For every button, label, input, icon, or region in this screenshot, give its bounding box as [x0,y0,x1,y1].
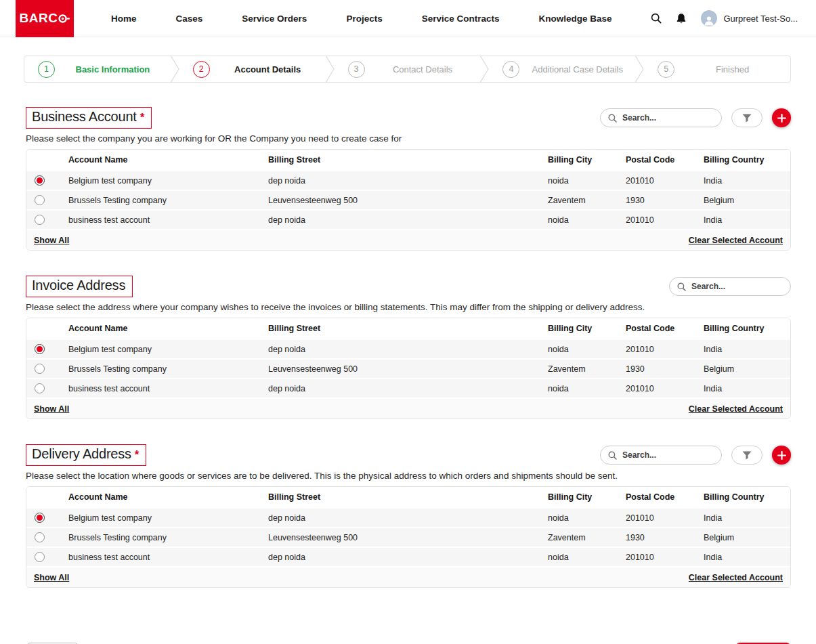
cell-billing-city: Zaventem [548,364,626,374]
top-navigation-bar: BARC Home Cases Service Orders Projects … [0,0,816,37]
row-radio[interactable] [35,215,45,225]
row-radio[interactable] [35,344,45,354]
cell-account-name: Brussels Testing company [68,364,268,374]
cell-billing-city: noida [548,513,626,523]
filter-button[interactable] [731,446,763,465]
column-header-postal-code: Postal Code [626,155,704,165]
row-radio[interactable] [35,513,45,523]
cell-billing-country: India [704,176,790,186]
column-header-billing-city: Billing City [548,324,626,333]
section-spacer [0,251,816,276]
table-row[interactable]: Belgium test company dep noida noida 201… [26,507,790,527]
row-radio[interactable] [35,552,45,562]
row-radio[interactable] [35,364,45,374]
step-basic-information[interactable]: 1 Basic Information [24,56,171,82]
cell-billing-street: dep noida [268,513,548,523]
cell-account-name: Brussels Testing company [68,533,268,542]
row-radio-cell [26,552,68,562]
step-separator-chevron [480,56,489,82]
accounts-table: Account Name Billing Street Billing City… [26,149,791,251]
row-radio[interactable] [35,383,45,393]
required-asterisk: * [135,448,139,462]
row-radio-cell [26,215,68,225]
cell-account-name: Brussels Testing company [68,196,268,205]
show-all-link[interactable]: Show All [34,404,69,414]
step-contact-details[interactable]: 3 Contact Details [335,56,481,82]
row-radio-cell [26,364,68,374]
search-icon[interactable] [651,13,662,24]
table-footer: Show All Clear Selected Account [26,229,790,250]
column-header-account-name: Account Name [68,155,268,165]
table-row[interactable]: Brussels Testing company Leuvensesteenwe… [26,527,790,546]
search-box[interactable] [600,446,722,465]
step-additional-case-details[interactable]: 4 Additional Case Details [489,56,635,82]
table-row[interactable]: Brussels Testing company Leuvensesteenwe… [26,358,790,378]
clear-selected-account-link[interactable]: Clear Selected Account [689,404,783,414]
cell-account-name: Belgium test company [68,345,268,354]
section-controls [600,108,791,127]
step-label: Finished [674,64,790,74]
cell-billing-street: Leuvensesteenweg 500 [268,364,548,374]
cell-billing-city: noida [548,345,626,354]
required-asterisk: * [140,111,145,125]
section-title: Business Account [32,109,137,125]
table-header-row: Account Name Billing Street Billing City… [26,150,790,170]
show-all-link[interactable]: Show All [34,573,69,582]
row-radio-cell [26,175,68,186]
nav-item-service-orders[interactable]: Service Orders [242,14,307,24]
step-account-details[interactable]: 2 Account Details [179,56,326,82]
add-button[interactable] [772,108,791,127]
table-header-row: Account Name Billing Street Billing City… [26,487,790,507]
step-finished[interactable]: 5 Finished [644,56,790,82]
table-row[interactable]: Brussels Testing company Leuvensesteenwe… [26,190,790,209]
row-radio[interactable] [35,195,45,205]
search-box[interactable] [669,277,791,296]
cell-postal-code: 1930 [626,364,704,374]
column-header-billing-country: Billing Country [704,492,790,502]
table-row[interactable]: Belgium test company dep noida noida 201… [26,170,790,190]
show-all-link[interactable]: Show All [34,236,69,245]
main-nav: Home Cases Service Orders Projects Servi… [111,14,612,24]
barco-logo[interactable]: BARC [16,0,74,37]
accounts-table: Account Name Billing Street Billing City… [26,486,791,588]
column-header-postal-code: Postal Code [626,492,704,502]
table-row[interactable]: business test account dep noida noida 20… [26,546,790,566]
column-header-billing-street: Billing Street [268,492,548,502]
cell-postal-code: 201010 [626,513,704,523]
nav-item-cases[interactable]: Cases [176,14,203,24]
cell-billing-city: Zaventem [548,196,626,205]
cell-billing-country: India [704,513,790,523]
table-row[interactable]: business test account dep noida noida 20… [26,209,790,229]
cell-postal-code: 201010 [626,176,704,186]
cell-postal-code: 201010 [626,384,704,393]
cell-postal-code: 201010 [626,553,704,562]
nav-item-home[interactable]: Home [111,14,137,24]
cell-account-name: Belgium test company [68,513,268,523]
row-radio[interactable] [35,175,45,186]
table-row[interactable]: Belgium test company dep noida noida 201… [26,339,790,358]
search-input[interactable] [622,113,714,123]
search-input[interactable] [691,282,783,291]
search-box[interactable] [600,108,722,127]
row-radio-cell [26,195,68,205]
cell-account-name: business test account [68,215,268,225]
cell-billing-country: India [704,215,790,225]
cell-billing-city: Zaventem [548,533,626,542]
row-radio-cell [26,344,68,354]
nav-item-service-contracts[interactable]: Service Contracts [422,14,500,24]
clear-selected-account-link[interactable]: Clear Selected Account [689,236,783,245]
filter-button[interactable] [731,108,763,127]
step-separator-chevron [635,56,644,82]
user-menu[interactable]: Gurpreet Test-So... [701,10,798,26]
notifications-bell-icon[interactable] [676,13,687,24]
add-button[interactable] [772,446,791,465]
clear-selected-account-link[interactable]: Clear Selected Account [689,573,783,582]
accounts-table: Account Name Billing Street Billing City… [26,318,791,419]
section-header: Business Account * [26,107,791,129]
nav-item-projects[interactable]: Projects [346,14,382,24]
search-input[interactable] [622,450,714,460]
table-row[interactable]: business test account dep noida noida 20… [26,378,790,398]
row-radio[interactable] [35,532,45,542]
step-number: 4 [502,61,519,78]
nav-item-knowledge-base[interactable]: Knowledge Base [538,14,611,24]
